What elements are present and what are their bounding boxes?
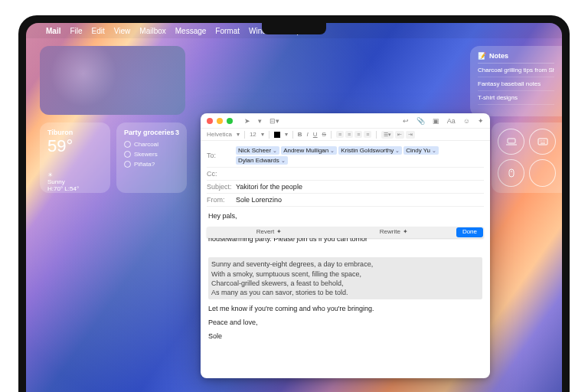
menu-format[interactable]: Format — [215, 27, 240, 35]
sun-icon: ☀ — [47, 172, 53, 178]
reminder-item[interactable]: Charcoal — [124, 139, 179, 149]
format-bar: Helvetica▾ 12▾ ▾ B I U S ≡ ≡ ≡ ≡ — [201, 129, 490, 141]
list-bullet-button[interactable]: ☰▾ — [381, 131, 394, 139]
recipient-pill[interactable]: Dylan Edwards — [236, 156, 288, 165]
reminders-widget[interactable]: Party groceries 3 Charcoal Skewers Piñat… — [116, 122, 187, 193]
compose-window: ➤ ▾ ⊟▾ ↩︎ 📎 ▣ Aa ☺ ✦ Helvetica▾ 12▾ — [201, 113, 490, 378]
weather-temp: 59° — [47, 138, 103, 155]
align-left-button[interactable]: ≡ — [336, 131, 344, 138]
italic-button[interactable]: I — [307, 131, 309, 138]
wt-revert-button[interactable]: Revert ✦ — [207, 228, 332, 237]
svg-rect-1 — [538, 139, 547, 145]
message-body[interactable]: Hey pals, We're finally settled into the… — [201, 207, 490, 378]
body-signoff: Peace and love, — [208, 318, 482, 327]
shortcut-mouse-icon[interactable] — [498, 159, 524, 187]
window-close-button[interactable] — [207, 118, 213, 124]
weather-hilo: H:70° L:54° — [47, 185, 103, 192]
writing-tools-icon[interactable]: ✦ — [478, 117, 484, 125]
font-family-select[interactable]: Helvetica — [207, 131, 232, 138]
svg-rect-0 — [508, 139, 515, 143]
recipient-pill[interactable]: Nick Scheer — [236, 146, 279, 155]
reply-icon[interactable]: ↩︎ — [403, 117, 409, 125]
subject-label: Subject: — [207, 183, 233, 191]
laptop-frame: Mail File Edit View Mailbox Message Form… — [18, 15, 570, 392]
note-item[interactable]: Charcoal grilling tips from Sh — [478, 64, 554, 77]
indent-more-button[interactable]: ⇥ — [406, 131, 415, 139]
chevron-down-icon[interactable]: ▾ — [258, 117, 262, 125]
underline-button[interactable]: U — [313, 131, 318, 138]
svg-rect-2 — [509, 169, 514, 177]
wt-rewrite-button[interactable]: Rewrite ✦ — [332, 228, 456, 237]
reminders-title: Party groceries — [124, 129, 175, 136]
reminder-item[interactable]: Piñata? — [124, 159, 179, 169]
recipient-pill[interactable]: Kristin Goldsworthy — [338, 146, 402, 155]
body-paragraph: Let me know if you're coming and who you… — [208, 304, 482, 313]
display-notch — [262, 23, 326, 34]
menubar-app-name[interactable]: Mail — [46, 27, 60, 35]
notes-title: Notes — [489, 52, 508, 60]
reminder-item[interactable]: Skewers — [124, 149, 179, 159]
wt-done-button[interactable]: Done — [456, 227, 483, 237]
to-field[interactable]: Nick Scheer Andrew Mulligan Kristin Gold… — [236, 146, 484, 165]
shortcut-keyboard-icon[interactable] — [529, 129, 556, 155]
text-color-picker[interactable] — [274, 132, 280, 138]
recipient-pill[interactable]: Andrew Mulligan — [281, 146, 337, 155]
notes-icon: 📝 — [478, 52, 486, 60]
weather-condition: Sunny — [47, 178, 65, 185]
sparkle-icon: ✦ — [403, 228, 408, 237]
font-size-select[interactable]: 12 — [250, 131, 256, 138]
menu-file[interactable]: File — [70, 27, 82, 35]
notes-widget[interactable]: 📝 Notes Charcoal grilling tips from Sh F… — [470, 46, 562, 116]
attach-icon[interactable]: 📎 — [416, 117, 425, 125]
from-field[interactable]: Sole Lorenzino — [236, 196, 484, 204]
shortcut-empty[interactable] — [529, 159, 556, 187]
body-signature: Sole — [208, 332, 482, 341]
align-justify-button[interactable]: ≡ — [364, 131, 371, 138]
to-label: To: — [207, 152, 233, 159]
shortcut-laptop-icon[interactable] — [498, 129, 524, 155]
bold-button[interactable]: B — [298, 131, 302, 138]
menu-edit[interactable]: Edit — [92, 27, 105, 35]
strike-button[interactable]: S — [322, 131, 326, 138]
photo-widget[interactable] — [40, 46, 185, 115]
menu-mailbox[interactable]: Mailbox — [139, 27, 165, 35]
photo-icon[interactable]: ▣ — [433, 117, 439, 125]
window-minimize-button[interactable] — [217, 118, 223, 124]
emoji-icon[interactable]: ☺ — [463, 117, 470, 125]
window-zoom-button[interactable] — [227, 118, 233, 124]
align-right-button[interactable]: ≡ — [354, 131, 362, 138]
shortcuts-widget[interactable] — [492, 122, 562, 193]
desktop: Mail File Edit View Mailbox Message Form… — [26, 23, 562, 392]
send-icon[interactable]: ➤ — [244, 117, 250, 125]
menu-view[interactable]: View — [114, 27, 131, 35]
from-label: From: — [207, 196, 233, 204]
rewritten-text-block[interactable]: Sunny and seventy-eight degrees, a day t… — [208, 257, 482, 299]
writing-tools-bar: Revert ✦ Rewrite ✦ Done — [207, 227, 484, 238]
sparkle-icon: ✦ — [276, 228, 282, 237]
note-item[interactable]: T-shirt designs — [478, 91, 554, 105]
subject-field[interactable]: Yakitori for the people — [236, 183, 484, 191]
compose-titlebar[interactable]: ➤ ▾ ⊟▾ ↩︎ 📎 ▣ Aa ☺ ✦ — [201, 113, 490, 129]
align-center-button[interactable]: ≡ — [345, 131, 353, 138]
header-fields-icon[interactable]: ⊟▾ — [270, 117, 279, 125]
menu-message[interactable]: Message — [175, 27, 207, 35]
reminders-count: 3 — [175, 129, 179, 136]
recipient-pill[interactable]: Cindy Yu — [403, 146, 439, 155]
note-item[interactable]: Fantasy baseball notes — [478, 77, 554, 91]
format-icon[interactable]: Aa — [447, 117, 456, 125]
body-greeting: Hey pals, — [208, 211, 482, 220]
weather-widget[interactable]: Tiburon 59° ☀ Sunny H:70° L:54° — [40, 122, 110, 193]
indent-less-button[interactable]: ⇤ — [395, 131, 404, 139]
cc-label: Cc: — [207, 170, 233, 178]
weather-location: Tiburon — [47, 129, 103, 136]
